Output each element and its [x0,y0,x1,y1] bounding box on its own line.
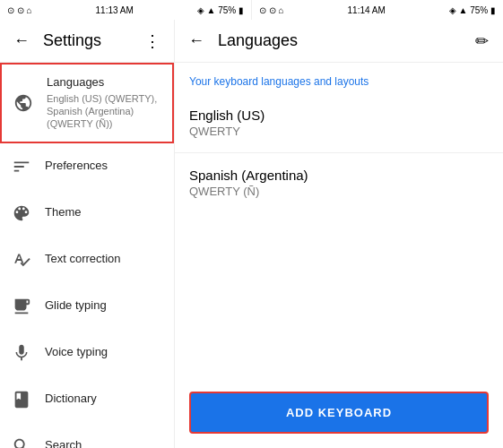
preferences-icon [9,154,34,179]
glide-typing-label: Glide typing [45,298,165,314]
search-text: Search [45,438,165,448]
settings-item-languages[interactable]: Languages English (US) (QWERTY), Spanish… [0,63,174,143]
language-divider [175,152,503,153]
add-keyboard-container: ADD KEYBOARD [175,381,503,448]
glide-typing-text: Glide typing [45,298,165,314]
preferences-text: Preferences [45,159,165,174]
left-status-right-icons: ◈ ▲ 75% ▮ [197,5,244,15]
search-label: Search [45,438,165,448]
right-status-left-icons: ⊙ ⊙ ⌂ [259,5,284,15]
settings-header: ← Settings ⋮ [0,20,174,63]
right-status-bar: ⊙ ⊙ ⌂ 11:14 AM ◈ ▲ 75% ▮ [252,0,503,20]
voice-typing-icon [9,340,34,366]
language-entry-english[interactable]: English (US) QWERTY [175,97,503,149]
languages-label: Languages [47,75,163,90]
dictionary-text: Dictionary [45,392,165,407]
settings-item-dictionary[interactable]: Dictionary [0,376,174,423]
theme-label: Theme [45,205,165,220]
settings-item-voice-typing[interactable]: Voice typing [0,330,174,376]
settings-item-text-correction[interactable]: Text correction [0,237,174,283]
main-panels: ← Settings ⋮ Languages English (US) (QWE… [0,20,503,448]
voice-typing-label: Voice typing [45,345,165,360]
right-status-right-icons: ◈ ▲ 75% ▮ [449,5,496,15]
languages-icon [11,90,36,116]
left-status-time: 11:13 AM [96,5,134,15]
settings-item-search[interactable]: Search [0,423,174,448]
settings-panel: ← Settings ⋮ Languages English (US) (QWE… [0,20,175,448]
settings-item-theme[interactable]: Theme [0,190,174,237]
language-entry-spanish[interactable]: Spanish (Argentina) QWERTY (Ñ) [175,157,503,209]
back-button[interactable]: ← [7,27,36,56]
search-icon [9,434,34,448]
languages-back-button[interactable]: ← [182,27,211,56]
left-status-left-icons: ⊙ ⊙ ⌂ [7,5,32,15]
dictionary-label: Dictionary [45,392,165,407]
spanish-name: Spanish (Argentina) [189,168,489,183]
glide-typing-icon [9,294,34,319]
languages-panel: ← Languages ✏ Your keyboard languages an… [175,20,503,448]
languages-text: Languages English (US) (QWERTY), Spanish… [47,75,163,131]
more-button[interactable]: ⋮ [138,27,167,56]
settings-item-glide-typing[interactable]: Glide typing [0,283,174,330]
theme-text: Theme [45,205,165,220]
voice-typing-text: Voice typing [45,345,165,360]
settings-item-preferences[interactable]: Preferences [0,143,174,190]
status-bars: ⊙ ⊙ ⌂ 11:13 AM ◈ ▲ 75% ▮ ⊙ ⊙ ⌂ 11:14 AM … [0,0,503,20]
preferences-label: Preferences [45,159,165,174]
right-status-time: 11:14 AM [348,5,386,15]
languages-header: ← Languages ✏ [175,20,503,63]
edit-button[interactable]: ✏ [467,27,496,56]
text-correction-label: Text correction [45,252,165,267]
languages-content: Your keyboard languages and layouts Engl… [175,63,503,381]
languages-sublabel: English (US) (QWERTY), Spanish (Argentin… [47,92,163,131]
text-correction-icon [9,247,34,272]
languages-note: Your keyboard languages and layouts [175,63,503,97]
languages-title: Languages [211,31,467,50]
settings-title: Settings [36,31,138,50]
english-name: English (US) [189,108,489,123]
settings-list: Languages English (US) (QWERTY), Spanish… [0,63,174,448]
dictionary-icon [9,387,34,412]
english-layout: QWERTY [189,125,489,138]
text-correction-text: Text correction [45,252,165,267]
theme-icon [9,201,34,226]
left-status-bar: ⊙ ⊙ ⌂ 11:13 AM ◈ ▲ 75% ▮ [0,0,252,20]
add-keyboard-button[interactable]: ADD KEYBOARD [189,392,489,434]
spanish-layout: QWERTY (Ñ) [189,185,489,198]
